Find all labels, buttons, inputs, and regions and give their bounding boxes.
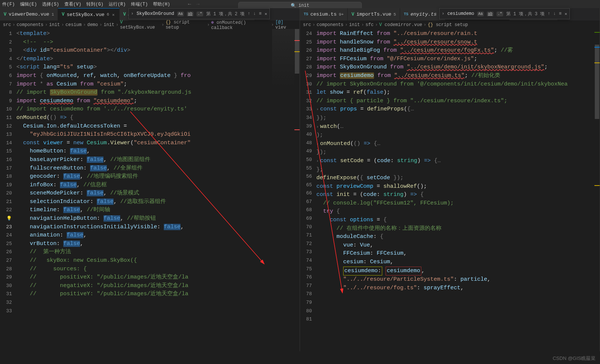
code-line-10[interactable]: // import cesiumdemo from '../../resoure… [16, 105, 300, 114]
code-line-16[interactable]: baseLayerPicker: false, //地图图层组件 [16, 156, 300, 164]
breadcrumb-item[interactable]: sfc [366, 22, 374, 28]
code-line-28[interactable]: // 第一种方法 [16, 248, 300, 257]
code-line-55[interactable]: }); [316, 148, 600, 157]
code-line-72[interactable]: try { [316, 207, 600, 216]
find-case-icon[interactable]: Aa [477, 12, 484, 16]
menu-edit[interactable]: 编辑(E) [20, 1, 37, 7]
code-line-27[interactable]: import FFCesium from "@/FFCesium/core/in… [316, 55, 600, 64]
close-icon[interactable]: ✕ [111, 12, 115, 17]
breadcrumb-item[interactable]: demo [87, 22, 98, 28]
code-line-11[interactable]: onMounted(() => { [16, 114, 300, 122]
scrollbar-thumb[interactable] [595, 45, 599, 119]
find-widget-left[interactable]: › SkyBoxOnGround Aa ab .* 第 1 项，共 2 项 ↑ … [128, 8, 270, 19]
find-toggle-icon[interactable]: › [131, 11, 134, 16]
find-next-icon[interactable]: ↓ [253, 11, 256, 16]
breadcrumb-item[interactable]: [@] viev [275, 20, 297, 30]
code-line-23[interactable]: navigationHelpButton: false, //帮助按钮 [16, 215, 300, 223]
code-line-28[interactable]: import SkyBoxOnGround from "../cesium/de… [316, 63, 600, 72]
editor-left[interactable]: 12345678910111213141516171819202122💡 232… [0, 29, 300, 351]
code-line-73[interactable]: const options = { [316, 216, 600, 225]
code-area[interactable]: <template> <!-- --> <div id="cesiumConta… [16, 30, 300, 351]
breadcrumb-item[interactable]: components [17, 22, 44, 28]
code-line-67[interactable]: defineExpose({ setCode }); [316, 174, 600, 183]
breadcrumb-item[interactable]: {} script setup [166, 20, 205, 30]
code-line-29[interactable]: import cesiumdemo from "../cesium/cesium… [316, 72, 600, 80]
code-line-48[interactable]: ); [316, 131, 600, 140]
find-term[interactable]: SkyBoxOnGround [137, 11, 174, 16]
find-word-icon[interactable]: ab [187, 12, 194, 16]
menu-terminal[interactable]: 终端(T) [131, 1, 148, 7]
scrollbar[interactable] [294, 29, 300, 351]
find-word-icon[interactable]: ab [487, 12, 494, 16]
code-line-33[interactable]: // import { particle } from "../cesium/r… [316, 97, 600, 106]
code-line-69[interactable]: const previewComp = shallowRef(); [316, 183, 600, 191]
code-line-8[interactable]: // import SkyBoxOnGround from "./skyboxN… [16, 88, 300, 97]
code-line-5[interactable]: <script lang="ts" setup> [16, 63, 300, 72]
find-toggle-icon[interactable]: › [442, 11, 444, 16]
code-line-17[interactable]: fullscreenButton: false, //全屏组件 [16, 164, 300, 173]
breadcrumb-item[interactable]: src [303, 22, 311, 28]
code-line-81[interactable]: "../../resoure/fog.ts": sprayEffect, [316, 284, 600, 293]
code-line-33[interactable]: // positiveY: "/public/images/近地天空盒/la [16, 290, 300, 299]
code-line-50[interactable]: ›onMounted(() => {… [316, 140, 600, 149]
code-line-24[interactable]: import RainEffect from "../cesium/resour… [316, 30, 600, 38]
tab-cesium.ts[interactable]: TS cesium.ts 9+ [300, 8, 348, 20]
code-line-24[interactable]: navigationInstructionsInitiallyVisible: … [16, 223, 300, 232]
menu-select[interactable]: 选择(S) [42, 1, 59, 7]
menu-help[interactable]: 帮助(H) [153, 1, 170, 7]
find-next-icon[interactable]: ↓ [553, 11, 556, 16]
menu-view[interactable]: 查看(V) [64, 1, 82, 7]
find-filter-icon[interactable]: ≡ [259, 11, 262, 16]
nav-forward[interactable]: → [196, 1, 199, 7]
code-line-34[interactable]: ›const props = defineProps({… [316, 105, 600, 114]
find-widget-right[interactable]: › cesiumdemo Aa ab .* 第 1 项，共 3 项 ↑ ↓ ≡ … [439, 8, 570, 19]
code-line-78[interactable]: cesium: Cesium, [316, 258, 600, 267]
find-regex-icon[interactable]: .* [497, 12, 503, 16]
breadcrumb-item[interactable]: init [49, 22, 60, 28]
nav-back[interactable]: ← [188, 1, 191, 7]
find-filter-icon[interactable]: ≡ [559, 11, 562, 16]
menu-run[interactable]: 运行(R) [109, 1, 126, 7]
code-line-12[interactable]: Cesium.Ion.defaultAccessToken = [16, 122, 300, 131]
code-area[interactable]: import RainEffect from "../cesium/resour… [316, 30, 600, 351]
find-prev-icon[interactable]: ↑ [248, 11, 250, 16]
code-line-32[interactable]: // negativeX: "/public/images/近地天空盒/la [16, 282, 300, 290]
code-line-29[interactable]: // skyBox: new Cesium.SkyBox({ [16, 257, 300, 265]
code-line-15[interactable]: homeButton: false, [16, 147, 300, 156]
breadcrumb-item[interactable]: init [103, 22, 114, 28]
code-line-7[interactable]: import * as Cesium from "cesium"; [16, 80, 300, 89]
breadcrumb-right[interactable]: src›components›init›sfc›V codemirror.vue… [300, 21, 600, 29]
code-line-39[interactable]: }); [316, 114, 600, 123]
code-line-71[interactable]: // console.log("FFCesium12", FFCesium); [316, 199, 600, 208]
code-line-13[interactable]: "eyJhbGciOiJIUzI1NiIsInR5cCI6IkpXVCJ9.ey… [16, 131, 300, 139]
code-line-80[interactable]: "../../resoure/ParticleSystem.ts": parti… [316, 276, 600, 284]
tab-setSkyBox.vue[interactable]: V setSkyBox.vue 6 ✕ [58, 8, 119, 20]
code-line-32[interactable]: let show = ref(false); [316, 88, 600, 97]
breadcrumb-item[interactable]: V setSkyBox.vue [120, 20, 160, 30]
code-line-19[interactable]: infoBox: false, //信息框 [16, 181, 300, 190]
breadcrumb-item[interactable]: cesium [66, 22, 82, 28]
code-line-6[interactable]: import { onMounted, ref, watch, onBefore… [16, 72, 300, 80]
find-prev-icon[interactable]: ↑ [548, 11, 550, 16]
find-close-icon[interactable]: ✕ [265, 11, 267, 17]
code-line-40[interactable]: ›watch(… [316, 123, 600, 132]
code-line-31[interactable]: // positiveX: "/public/images/近地天空盒/la [16, 273, 300, 282]
code-line-4[interactable]: </template> [16, 55, 300, 64]
breadcrumb-left[interactable]: src›components›init›cesium›demo›init›V s… [0, 21, 300, 29]
code-line-70[interactable]: const init = (code: string) => { [316, 191, 600, 199]
find-case-icon[interactable]: Aa [177, 12, 184, 16]
code-line-76[interactable]: vue: Vue, [316, 241, 600, 250]
code-line-25[interactable]: import handleSnow from "../cesium/resour… [316, 38, 600, 47]
code-line-22[interactable]: timeline: false, //时间轴 [16, 206, 300, 215]
code-line-9[interactable]: import cesiumdemo from "cesiumdemo"; [16, 97, 300, 106]
tab-enyity.ts[interactable]: TS enyity.ts 2 [400, 8, 446, 20]
find-term[interactable]: cesiumdemo [447, 11, 474, 16]
minimap[interactable] [272, 29, 294, 88]
code-line-79[interactable]: cesiumdemo: cesiumdemo, [316, 267, 600, 276]
code-line-2[interactable]: <!-- --> [16, 38, 300, 47]
code-line-1[interactable]: <template> [16, 30, 300, 38]
code-line-25[interactable]: animation: false, [16, 231, 300, 240]
code-line-65[interactable]: }; [316, 166, 600, 174]
code-line-21[interactable]: selectionIndicator: false, //选取指示器组件 [16, 198, 300, 206]
find-close-icon[interactable]: ✕ [565, 11, 567, 17]
